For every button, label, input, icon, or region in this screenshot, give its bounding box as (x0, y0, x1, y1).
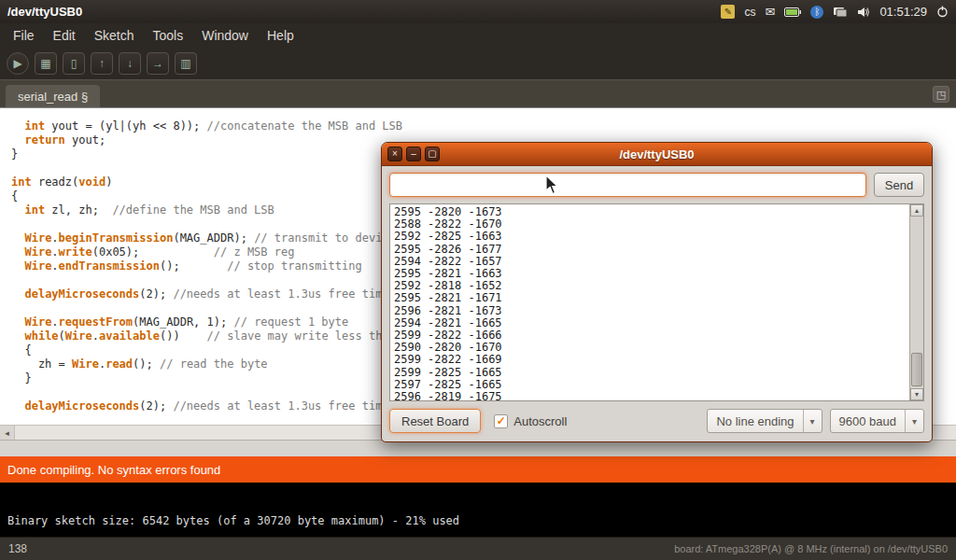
close-icon[interactable]: × (387, 147, 402, 161)
serial-scrollbar[interactable]: ▴ ▾ (909, 204, 923, 400)
chevron-down-icon: ▾ (905, 410, 923, 432)
footer-bar: 138 board: ATmega328P(A) @ 8 MHz (intern… (0, 537, 956, 560)
reset-board-button[interactable]: Reset Board (389, 409, 481, 433)
menu-window[interactable]: Window (192, 28, 258, 43)
upload-button[interactable]: → (147, 52, 169, 75)
window-controls: × – ▢ (387, 147, 440, 161)
keyboard-indicator-icon[interactable]: ✎ (721, 5, 735, 19)
serial-line: 2596 -2819 -1675 (394, 391, 909, 400)
tab-menu-button[interactable]: ◳ (933, 86, 949, 103)
system-tray: ✎ cs ✉ ᛒ 01:51:29 (721, 5, 949, 19)
screen: /dev/ttyUSB0 ✎ cs ✉ ᛒ 01:51:29 FileEditS… (0, 0, 956, 560)
scroll-left-arrow-icon[interactable]: ◂ (0, 426, 15, 440)
serial-output[interactable]: 2595 -2820 -16732588 -2822 -16702592 -28… (390, 204, 909, 400)
menubar: FileEditSketchToolsWindowHelp (0, 23, 956, 48)
volume-icon[interactable] (857, 7, 870, 18)
console-text: Binary sketch size: 6542 bytes (of a 307… (7, 514, 949, 527)
battery-icon[interactable] (784, 7, 801, 17)
status-message: Done compiling. No syntax errors found (7, 463, 220, 477)
minimize-icon[interactable]: – (406, 147, 421, 161)
line-number: 138 (8, 542, 27, 555)
scroll-down-arrow-icon[interactable]: ▾ (910, 388, 923, 400)
baud-value: 9600 baud (831, 414, 905, 428)
menu-help[interactable]: Help (258, 28, 303, 43)
serial-line: 2596 -2821 -1673 (394, 305, 909, 317)
mail-icon[interactable]: ✉ (765, 5, 775, 19)
line-ending-value: No line ending (708, 414, 802, 428)
tabbar: serial_read § ◳ (0, 79, 956, 107)
mouse-cursor (545, 175, 562, 197)
serial-monitor-window: × – ▢ /dev/ttyUSB0 Send 2595 -2820 -1673… (381, 142, 933, 442)
stop-button[interactable]: ▦ (35, 52, 57, 75)
serial-monitor-button[interactable]: ▥ (175, 52, 197, 75)
board-info: board: ATmega328P(A) @ 8 MHz (internal) … (674, 543, 948, 554)
autoscroll-checkbox[interactable]: ✓ (494, 414, 508, 428)
serial-line: 2599 -2825 -1665 (394, 367, 909, 379)
window-title: /dev/ttyUSB0 (7, 5, 82, 19)
maximize-icon[interactable]: ▢ (425, 147, 440, 161)
menu-edit[interactable]: Edit (44, 28, 85, 43)
new-button[interactable]: ▯ (63, 52, 85, 75)
menu-file[interactable]: File (4, 28, 44, 43)
menu-sketch[interactable]: Sketch (85, 28, 144, 43)
console-output: Binary sketch size: 6542 bytes (of a 307… (0, 483, 956, 537)
tab-label: serial_read § (18, 90, 88, 104)
serial-input[interactable] (389, 173, 866, 197)
send-row: Send (389, 173, 924, 197)
status-bar: Done compiling. No syntax errors found (0, 456, 956, 483)
code-line: int yout = (yl|(yh << 8)); //concatenate… (11, 119, 956, 133)
dialog-titlebar[interactable]: × – ▢ /dev/ttyUSB0 (382, 143, 932, 166)
tab-serial-read[interactable]: serial_read § (6, 85, 100, 107)
dialog-title: /dev/ttyUSB0 (382, 147, 932, 161)
open-button[interactable]: ↑ (91, 52, 113, 75)
serial-line: 2599 -2822 -1669 (394, 354, 909, 366)
autoscroll-label: Autoscroll (513, 414, 567, 428)
layout-indicator[interactable]: cs (744, 6, 755, 19)
session-icon[interactable] (936, 6, 949, 18)
dialog-bottom-bar: Reset Board ✓ Autoscroll No line ending … (389, 408, 924, 434)
serial-line: 2592 -2825 -1663 (394, 231, 909, 243)
clock[interactable]: 01:51:29 (879, 5, 927, 19)
send-button[interactable]: Send (874, 173, 924, 197)
menu-tools[interactable]: Tools (144, 28, 193, 43)
baud-select[interactable]: 9600 baud ▾ (830, 409, 924, 433)
scrollbar-thumb[interactable] (911, 353, 922, 386)
bluetooth-icon[interactable]: ᛒ (810, 6, 823, 19)
serial-output-panel: 2595 -2820 -16732588 -2822 -16702592 -28… (389, 203, 924, 401)
serial-line: 2595 -2821 -1671 (394, 292, 909, 304)
line-ending-select[interactable]: No line ending ▾ (707, 409, 822, 433)
serial-line: 2595 -2826 -1677 (394, 244, 909, 256)
toolbar: ▶▦▯↑↓→▥ (0, 48, 956, 79)
save-button[interactable]: ↓ (119, 52, 141, 75)
dialog-body: Send 2595 -2820 -16732588 -2822 -1670259… (382, 166, 932, 441)
scroll-up-arrow-icon[interactable]: ▴ (910, 204, 923, 217)
top-panel: /dev/ttyUSB0 ✎ cs ✉ ᛒ 01:51:29 (0, 0, 956, 23)
chevron-down-icon: ▾ (803, 410, 822, 432)
verify-button[interactable]: ▶ (7, 52, 29, 75)
network-icon[interactable] (833, 7, 848, 18)
